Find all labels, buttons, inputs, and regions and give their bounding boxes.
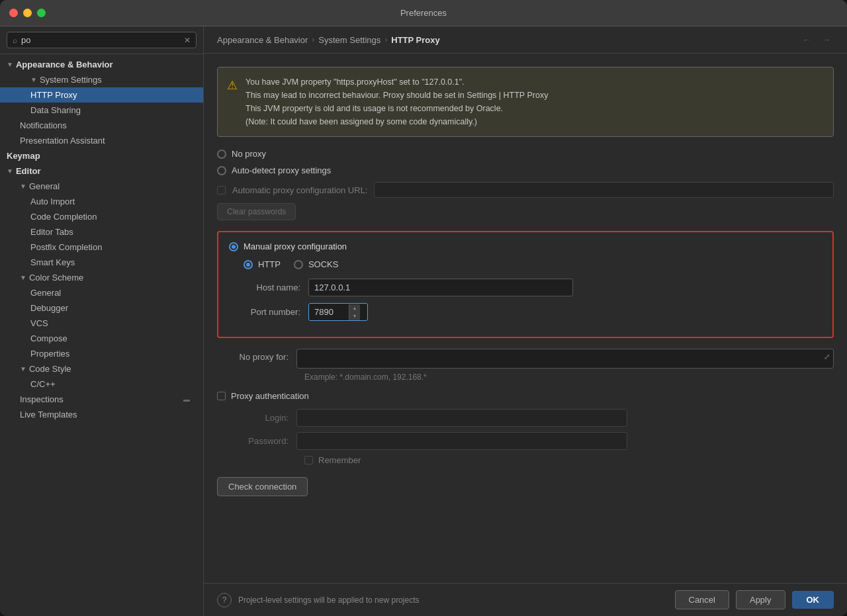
search-icon: ⌕ — [13, 36, 17, 45]
proxy-type-row: HTTP SOCKS — [244, 259, 822, 269]
close-button[interactable] — [9, 9, 18, 17]
sidebar-item-color-scheme-general[interactable]: General — [0, 285, 203, 300]
maximize-button[interactable] — [37, 9, 46, 17]
breadcrumb-http-proxy[interactable]: HTTP Proxy — [391, 35, 439, 45]
sidebar-item-smart-keys[interactable]: Smart Keys — [0, 255, 203, 270]
manual-proxy-header: Manual proxy configuration — [229, 242, 822, 251]
nav-back-arrow[interactable]: ← — [799, 33, 814, 46]
radio-http-label: HTTP — [258, 259, 281, 269]
search-input-wrap: ⌕ ✕ — [7, 32, 197, 48]
radio-no-proxy[interactable]: No proxy — [217, 149, 834, 159]
sidebar-tree: ▼ Appearance & Behavior ▼ System Setting… — [0, 54, 203, 616]
search-input[interactable] — [21, 35, 184, 45]
breadcrumb: Appearance & Behavior › System Settings … — [204, 26, 847, 54]
proxy-auth-checkbox[interactable] — [217, 392, 226, 400]
sidebar-item-general[interactable]: ▼ General — [0, 179, 203, 194]
radio-auto-detect-circle — [217, 166, 226, 175]
radio-http-circle — [244, 260, 253, 269]
radio-http[interactable]: HTTP — [244, 259, 281, 269]
auto-config-url-row: Automatic proxy configuration URL: — [217, 182, 834, 198]
password-row: Password: — [217, 432, 834, 450]
auto-config-url-input[interactable] — [374, 182, 834, 198]
no-proxy-for-row: No proxy for: ⤢ — [217, 349, 834, 369]
sidebar-item-inspections[interactable]: Inspections ▬ — [0, 392, 203, 407]
warning-text: You have JVM property "https.proxyHost" … — [245, 75, 548, 128]
sidebar-item-live-templates[interactable]: Live Templates — [0, 407, 203, 422]
cancel-button[interactable]: Cancel — [675, 590, 729, 609]
help-button[interactable]: ? — [217, 593, 232, 607]
auto-config-url-label: Automatic proxy configuration URL: — [232, 185, 367, 195]
port-down-spinner[interactable]: ▼ — [349, 312, 360, 320]
nav-forward-arrow[interactable]: → — [819, 33, 834, 46]
no-proxy-input-wrap: ⤢ — [296, 349, 834, 369]
breadcrumb-appearance[interactable]: Appearance & Behavior — [217, 35, 308, 45]
expand-icon[interactable]: ⤢ — [824, 353, 830, 361]
chevron-down-icon: ▼ — [20, 365, 26, 373]
inspections-icon: ▬ — [183, 396, 190, 403]
sidebar-item-notifications[interactable]: Notifications — [0, 118, 203, 133]
sidebar-item-debugger[interactable]: Debugger — [0, 300, 203, 316]
sidebar-item-presentation-assistant[interactable]: Presentation Assistant — [0, 133, 203, 148]
radio-socks-circle — [294, 260, 303, 269]
search-clear-icon[interactable]: ✕ — [184, 36, 191, 45]
port-spinners: ▲ ▼ — [349, 304, 360, 320]
host-name-row: Host name: — [229, 279, 822, 296]
password-input[interactable] — [296, 432, 627, 450]
breadcrumb-sep-1: › — [312, 35, 314, 44]
sidebar-item-auto-import[interactable]: Auto Import — [0, 194, 203, 209]
sidebar-item-data-sharing[interactable]: Data Sharing — [0, 103, 203, 118]
sidebar-item-properties[interactable]: Properties — [0, 346, 203, 361]
radio-auto-detect-label: Auto-detect proxy settings — [232, 165, 331, 175]
sidebar-item-appearance-behavior[interactable]: ▼ Appearance & Behavior — [0, 57, 203, 72]
sidebar: ⌕ ✕ ▼ Appearance & Behavior ▼ System Set… — [0, 26, 204, 616]
manual-proxy-section: Manual proxy configuration HTTP SOCKS — [217, 231, 834, 338]
sidebar-item-cpp[interactable]: C/C++ — [0, 376, 203, 392]
window-controls — [9, 9, 46, 17]
sidebar-item-postfix-completion[interactable]: Postfix Completion — [0, 240, 203, 255]
bottom-bar: ? Project-level settings will be applied… — [204, 583, 847, 616]
apply-button[interactable]: Apply — [736, 590, 785, 609]
sidebar-item-code-completion[interactable]: Code Completion — [0, 209, 203, 224]
radio-no-proxy-label: No proxy — [232, 149, 266, 159]
minimize-button[interactable] — [23, 9, 32, 17]
radio-auto-detect[interactable]: Auto-detect proxy settings — [217, 165, 834, 175]
main-body: ⌕ ✕ ▼ Appearance & Behavior ▼ System Set… — [0, 26, 847, 616]
sidebar-item-code-style[interactable]: ▼ Code Style — [0, 361, 203, 376]
proxy-auth-row: Proxy authentication — [217, 391, 834, 401]
chevron-down-icon: ▼ — [30, 76, 37, 83]
sidebar-item-http-proxy[interactable]: HTTP Proxy — [0, 87, 203, 103]
sidebar-item-color-scheme[interactable]: ▼ Color Scheme — [0, 270, 203, 285]
radio-no-proxy-circle — [217, 150, 226, 159]
manual-proxy-label: Manual proxy configuration — [244, 242, 347, 251]
sidebar-item-system-settings[interactable]: ▼ System Settings — [0, 72, 203, 87]
no-proxy-for-input[interactable] — [296, 349, 834, 369]
breadcrumb-system-settings[interactable]: System Settings — [318, 35, 380, 45]
content-panel: Appearance & Behavior › System Settings … — [204, 26, 847, 616]
port-up-spinner[interactable]: ▲ — [349, 304, 360, 312]
radio-socks[interactable]: SOCKS — [294, 259, 339, 269]
radio-manual-proxy-circle[interactable] — [229, 242, 238, 251]
auto-config-checkbox[interactable] — [217, 186, 226, 195]
no-proxy-example: Example: *.domain.com, 192.168.* — [304, 373, 834, 382]
search-bar: ⌕ ✕ — [0, 26, 203, 54]
warning-icon: ⚠ — [227, 76, 238, 128]
port-number-input[interactable] — [309, 304, 349, 320]
sidebar-item-editor-tabs[interactable]: Editor Tabs — [0, 224, 203, 240]
sidebar-item-keymap[interactable]: Keymap — [0, 148, 203, 163]
clear-passwords-button[interactable]: Clear passwords — [217, 203, 296, 220]
remember-row: Remember — [304, 455, 834, 465]
ok-button[interactable]: OK — [792, 591, 834, 609]
host-name-label: Host name: — [229, 283, 308, 292]
no-proxy-for-label: No proxy for: — [217, 349, 296, 362]
sidebar-item-editor[interactable]: ▼ Editor — [0, 163, 203, 179]
sidebar-item-vcs[interactable]: VCS — [0, 316, 203, 331]
chevron-down-icon: ▼ — [7, 61, 13, 68]
login-input[interactable] — [296, 409, 627, 427]
preferences-dialog: Preferences ⌕ ✕ ▼ Appearance & Behavior — [0, 0, 847, 616]
chevron-down-icon: ▼ — [20, 183, 26, 190]
check-connection-button[interactable]: Check connection — [217, 477, 308, 496]
remember-checkbox[interactable] — [304, 456, 313, 464]
host-name-input[interactable] — [308, 279, 573, 296]
sidebar-item-compose[interactable]: Compose — [0, 331, 203, 346]
footer-info: Project-level settings will be applied t… — [238, 595, 668, 605]
